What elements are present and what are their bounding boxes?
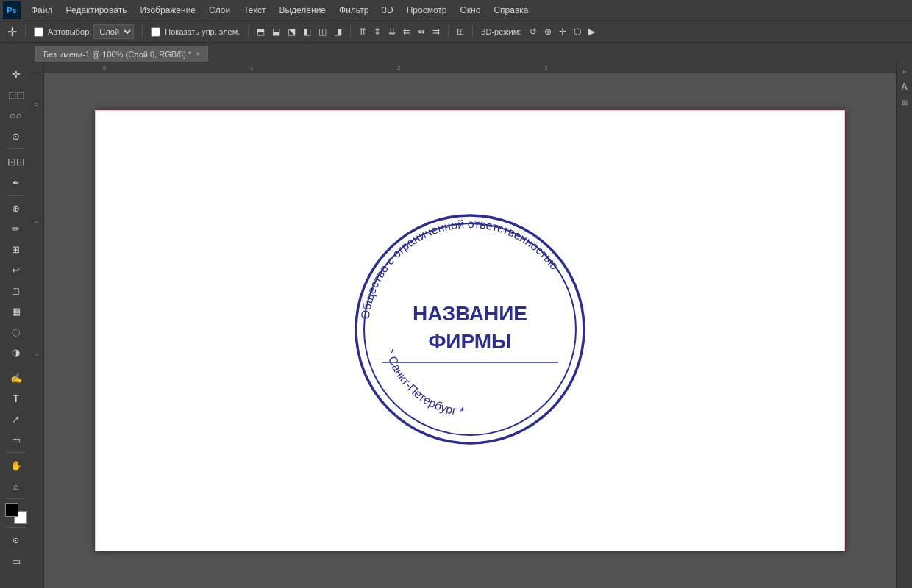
shape-tool[interactable]: ▭ <box>5 430 27 449</box>
app-logo: Ps <box>3 1 21 19</box>
show-controls-label: Показать упр. элем. <box>165 27 240 36</box>
stamp-text-line1: НАЗВАНИЕ <box>413 302 527 325</box>
foreground-color[interactable] <box>5 503 18 517</box>
menu-view[interactable]: Просмотр <box>401 4 453 17</box>
tool-sep-3 <box>7 365 26 365</box>
canvas-area: 0 1 2 3 0 1 2 <box>32 62 896 588</box>
text-tool[interactable] <box>5 389 27 408</box>
menu-text[interactable]: Текст <box>238 4 271 17</box>
3d-btn2[interactable]: ⊕ <box>541 25 555 38</box>
menu-file[interactable]: Файл <box>25 4 59 17</box>
menu-edit[interactable]: Редактировать <box>60 4 133 17</box>
show-controls[interactable]: Показать упр. элем. <box>148 26 243 38</box>
ruler-mark-left-2: 2 <box>33 353 40 356</box>
align-vcenter[interactable]: ⬓ <box>269 25 283 38</box>
distribute-right[interactable]: ⇉ <box>430 25 443 38</box>
ruler-left: 0 1 2 <box>32 74 44 588</box>
quick-mask-btn[interactable]: ⊙ <box>5 531 27 550</box>
menu-help[interactable]: Справка <box>488 4 534 17</box>
3d-btn1[interactable]: ↺ <box>527 25 540 38</box>
menu-image[interactable]: Изображение <box>134 4 202 17</box>
document-canvas: Общество с ограниченной ответственностью… <box>95 110 845 551</box>
tab-close-btn[interactable]: × <box>196 50 200 58</box>
menu-window[interactable]: Окно <box>454 4 486 17</box>
stamp-tool[interactable]: ⊞ <box>5 240 27 259</box>
tool-sep-6 <box>7 527 26 528</box>
separator-4 <box>350 25 351 38</box>
tool-sep-4 <box>7 452 26 453</box>
hand-tool[interactable]: ✋ <box>5 456 27 475</box>
ruler-mark-left-0: 0 <box>33 103 40 106</box>
menu-filter[interactable]: Фильтр <box>333 4 374 17</box>
screen-mode-btn[interactable]: ▭ <box>5 551 27 570</box>
separator-2 <box>142 25 143 38</box>
panel-layers-btn[interactable]: ⊞ <box>898 96 911 109</box>
blur-tool[interactable]: ◌ <box>5 322 27 341</box>
distribute-bottom[interactable]: ⇊ <box>385 25 399 38</box>
path-tool[interactable]: ↗ <box>5 409 27 429</box>
document-tab[interactable]: Без имени-1 @ 100% (Слой 0, RGB/8) * × <box>35 46 208 62</box>
ruler-mark-left-1: 1 <box>33 220 40 223</box>
autoselect-checkbox[interactable]: Автовыбор: Слой <box>31 23 137 40</box>
menu-3d[interactable]: 3D <box>376 4 399 17</box>
stamp-text-line2: ФИРМЫ <box>428 330 511 353</box>
autoselect-select[interactable]: Слой <box>93 24 134 39</box>
tab-title: Без имени-1 @ 100% (Слой 0, RGB/8) * <box>43 50 191 59</box>
collapse-panels-btn[interactable]: » <box>898 65 911 78</box>
menu-select[interactable]: Выделение <box>273 4 332 17</box>
panel-text-btn[interactable]: A <box>898 80 911 93</box>
separator-1 <box>25 25 26 38</box>
align-hcenter[interactable]: ◫ <box>316 25 329 38</box>
distribute-vcenter[interactable]: ⇕ <box>371 25 384 38</box>
stamp-svg: Общество с ограниченной ответственностью… <box>345 204 595 454</box>
tool-sep-2 <box>7 195 26 196</box>
autoselect-check[interactable] <box>34 27 43 37</box>
svg-point-0 <box>356 215 584 443</box>
select-tool[interactable]: ⬚ <box>5 85 27 104</box>
align-right[interactable]: ◨ <box>331 25 345 38</box>
distribute-hcenter[interactable]: ⇔ <box>415 25 428 38</box>
distribute-top[interactable]: ⇈ <box>356 25 369 38</box>
menu-layers[interactable]: Слои <box>203 4 236 17</box>
crop-tool[interactable]: ⊡ <box>5 152 27 171</box>
brush-tool[interactable]: ✏ <box>5 219 27 238</box>
tool-sep-5 <box>7 498 26 499</box>
align-top[interactable]: ⬒ <box>254 25 268 38</box>
tab-bar: Без имени-1 @ 100% (Слой 0, RGB/8) * × <box>0 43 912 62</box>
separator-3 <box>248 25 249 38</box>
ruler-mark-3: 3 <box>544 65 547 71</box>
move-tool[interactable] <box>5 65 27 84</box>
auto-align[interactable]: ⊞ <box>454 25 467 38</box>
dodge-tool[interactable]: ◑ <box>5 343 27 362</box>
history-brush[interactable]: ↩ <box>5 260 27 279</box>
lasso-tool[interactable]: ○ <box>5 106 27 125</box>
3d-mode-label: 3D-режим: <box>478 26 524 37</box>
svg-text:* Санкт-Петербург *: * Санкт-Петербург * <box>384 348 465 418</box>
eyedrop-tool[interactable]: ✒ <box>5 173 27 192</box>
ruler-corner <box>32 62 44 74</box>
eraser-tool[interactable]: ◻ <box>5 281 27 300</box>
3d-btn4[interactable]: ⬡ <box>571 25 584 38</box>
show-controls-check[interactable] <box>151 27 160 37</box>
heal-tool[interactable]: ⊕ <box>5 198 27 218</box>
options-bar: ✛ Автовыбор: Слой Показать упр. элем. ⬒ … <box>0 21 912 43</box>
canvas-container[interactable]: Общество с ограниченной ответственностью… <box>44 74 896 588</box>
3d-btn3[interactable]: ✛ <box>556 25 569 38</box>
right-panel: » A ⊞ <box>896 62 912 588</box>
move-tool-icon[interactable]: ✛ <box>4 24 20 40</box>
align-left[interactable]: ◧ <box>300 25 314 38</box>
3d-btn5[interactable]: ▶ <box>585 25 598 38</box>
pen-tool[interactable]: ✍ <box>5 368 27 387</box>
gradient-tool[interactable]: ▦ <box>5 301 27 320</box>
distribute-left[interactable]: ⇇ <box>400 25 413 38</box>
main-layout: ⬚ ○ ⊙ ⊡ ✒ ⊕ ✏ ⊞ ↩ ◻ ▦ ◌ ◑ ✍ ↗ ▭ ✋ ⌕ ⊙ ▭ <box>0 62 912 588</box>
tools-panel: ⬚ ○ ⊙ ⊡ ✒ ⊕ ✏ ⊞ ↩ ◻ ▦ ◌ ◑ ✍ ↗ ▭ ✋ ⌕ ⊙ ▭ <box>0 62 32 588</box>
autoselect-label: Автовыбор: <box>48 27 91 36</box>
zoom-tool[interactable]: ⌕ <box>5 476 27 495</box>
separator-6 <box>472 25 473 38</box>
color-swatches[interactable] <box>5 503 27 524</box>
quick-select-tool[interactable]: ⊙ <box>5 126 27 146</box>
tool-sep-1 <box>7 148 26 149</box>
align-bottom[interactable]: ⬔ <box>285 25 299 38</box>
ruler-mark-0: 0 <box>103 65 106 71</box>
